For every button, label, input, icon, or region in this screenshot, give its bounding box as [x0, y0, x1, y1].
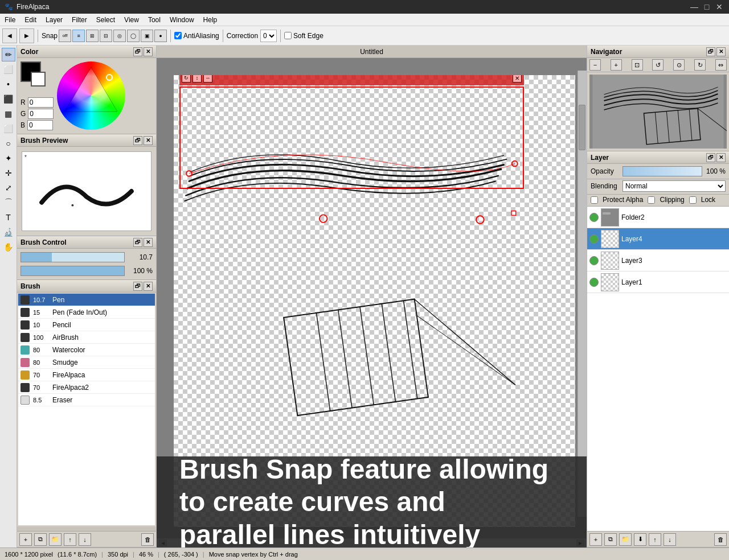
tool-move[interactable]: ✛ — [2, 166, 15, 180]
snap-handle-1[interactable] — [511, 211, 516, 216]
navigator-panel-header[interactable]: Navigator 🗗 ✕ — [587, 46, 729, 58]
menu-file[interactable]: File — [0, 14, 20, 26]
color-panel-header[interactable]: Color 🗗 ✕ — [17, 46, 156, 58]
layer-merge-down-button[interactable]: ⬇ — [634, 533, 646, 546]
menu-tool[interactable]: Tool — [144, 14, 165, 26]
brush-preview-close[interactable]: ✕ — [144, 136, 153, 145]
layer-item-layer4[interactable]: Layer4 — [587, 228, 729, 250]
brush-item-pencil[interactable]: 10 Pencil — [18, 319, 155, 331]
layer-folder-button[interactable]: 📁 — [619, 533, 632, 546]
lock-checkbox[interactable] — [689, 196, 697, 204]
tool-curve[interactable]: ⌒ — [2, 196, 15, 209]
soft-edge-checkbox[interactable] — [284, 32, 292, 39]
menu-select[interactable]: Select — [92, 14, 120, 26]
layer-duplicate-button[interactable]: ⧉ — [604, 533, 617, 546]
snap-grid-button[interactable]: ⊞ — [86, 30, 99, 42]
b-input[interactable] — [27, 120, 53, 130]
snap-select-button[interactable]: ▣ — [141, 30, 153, 42]
brush-item-pen[interactable]: 10.7 Pen — [18, 294, 155, 306]
protect-alpha-checkbox[interactable] — [591, 196, 598, 204]
snap-radial-button[interactable]: ◎ — [113, 30, 126, 42]
brush-move-down-button[interactable]: ↓ — [79, 533, 91, 546]
menu-layer[interactable]: Layer — [41, 14, 67, 26]
layer-panel-restore[interactable]: 🗗 — [706, 153, 715, 162]
layer-vis-folder2[interactable] — [589, 213, 599, 222]
tool-select-lasso[interactable]: ○ — [2, 137, 15, 150]
layer-vis-layer4[interactable] — [589, 234, 599, 244]
brush-item-firealpaca2[interactable]: 70 FireAlpaca2 — [18, 381, 155, 394]
g-input[interactable] — [28, 109, 54, 119]
color-wheel-area[interactable] — [57, 61, 125, 130]
snap-perspective-button[interactable]: ⊟ — [100, 30, 112, 42]
r-input[interactable] — [28, 97, 54, 108]
color-panel-restore[interactable]: 🗗 — [133, 47, 142, 56]
background-color-swatch[interactable] — [31, 72, 46, 87]
brush-control-header[interactable]: Brush Control 🗗 ✕ — [17, 236, 156, 249]
nav-zoom-fit-button[interactable]: ⊡ — [632, 59, 643, 71]
brush-preview-header[interactable]: Brush Preview 🗗 ✕ — [17, 134, 156, 147]
tool-pen[interactable]: ✏ — [2, 48, 15, 61]
menu-help[interactable]: Help — [199, 14, 222, 26]
tool-eyedropper[interactable]: 🔬 — [2, 225, 15, 239]
brush-item-eraser[interactable]: 8.5 Eraser — [18, 394, 155, 406]
tool-eraser[interactable]: ⬜ — [2, 63, 15, 76]
nav-rotate-right-button[interactable]: ↻ — [694, 59, 706, 71]
clipping-checkbox[interactable] — [648, 196, 655, 204]
tool-text[interactable]: T — [2, 211, 15, 224]
opacity-slider[interactable] — [622, 166, 702, 176]
tool-pan[interactable]: ✋ — [2, 240, 15, 254]
brush-folder-button[interactable]: 📁 — [49, 533, 62, 546]
brush-panel-header[interactable]: Brush 🗗 ✕ — [17, 280, 156, 293]
brush-control-restore[interactable]: 🗗 — [133, 238, 142, 247]
brush-item-smudge[interactable]: 80 Smudge — [18, 356, 155, 369]
layer-delete-button[interactable]: 🗑 — [714, 533, 727, 546]
nav-zoom-in-button[interactable]: + — [611, 59, 622, 71]
brush-item-firealpaca[interactable]: 70 FireAlpaca — [18, 369, 155, 381]
brush-item-pen-fade[interactable]: 15 Pen (Fade In/Out) — [18, 306, 155, 319]
color-panel-close[interactable]: ✕ — [144, 47, 153, 56]
maximize-button[interactable]: □ — [702, 2, 712, 12]
layer-panel-header[interactable]: Layer 🗗 ✕ — [587, 151, 729, 164]
layer-new-button[interactable]: + — [589, 533, 602, 546]
brush-item-airbrush[interactable]: 100 AirBrush — [18, 331, 155, 344]
brush-preview-restore[interactable]: 🗗 — [133, 136, 142, 145]
prev-tool-button[interactable]: ◀ — [2, 28, 17, 43]
antialias-check[interactable]: AntiAliasing — [174, 32, 219, 40]
brush-new-button[interactable]: + — [19, 533, 32, 546]
tool-dot[interactable]: • — [2, 77, 15, 91]
layer-vis-layer1[interactable] — [589, 278, 599, 287]
brush-panel-close[interactable]: ✕ — [144, 282, 153, 291]
antialias-checkbox[interactable] — [174, 32, 182, 39]
layer-item-layer1[interactable]: Layer1 — [587, 271, 729, 293]
brush-move-up-button[interactable]: ↑ — [64, 533, 76, 546]
tool-fill[interactable]: ⬛ — [2, 92, 15, 106]
opacity-slider[interactable] — [21, 266, 125, 276]
layer-move-up-button[interactable]: ↑ — [649, 533, 661, 546]
brush-panel-restore[interactable]: 🗗 — [133, 282, 142, 291]
menu-filter[interactable]: Filter — [67, 14, 92, 26]
tool-select-magic[interactable]: ✦ — [2, 151, 15, 165]
brush-control-close[interactable]: ✕ — [144, 238, 153, 247]
brush-duplicate-button[interactable]: ⧉ — [34, 533, 47, 546]
nav-reset-button[interactable]: ⊙ — [673, 59, 685, 71]
canvas-vertical-scrollbar[interactable] — [578, 71, 587, 517]
menu-view[interactable]: View — [120, 14, 144, 26]
tool-select-rect[interactable]: ⬜ — [2, 122, 15, 135]
next-tool-button[interactable]: ▶ — [19, 28, 34, 43]
nav-rotate-left-button[interactable]: ↺ — [652, 59, 664, 71]
layer-item-folder2[interactable]: Folder2 — [587, 207, 729, 228]
snap-vertex-3[interactable] — [320, 215, 327, 223]
menu-edit[interactable]: Edit — [20, 14, 41, 26]
layer-panel-close[interactable]: ✕ — [716, 153, 726, 162]
snap-curve-button[interactable]: ◯ — [127, 30, 140, 42]
menu-window[interactable]: Window — [165, 14, 199, 26]
nav-flip-button[interactable]: ⇔ — [715, 59, 727, 71]
canvas-vscroll-thumb[interactable] — [579, 105, 585, 150]
tool-gradient[interactable]: ▦ — [2, 107, 15, 121]
brush-list-resize-handle[interactable] — [17, 526, 156, 531]
navigator-panel-restore[interactable]: 🗗 — [706, 47, 715, 56]
minimize-button[interactable]: — — [689, 2, 699, 12]
blending-select[interactable]: Normal — [622, 180, 726, 192]
navigator-view[interactable] — [589, 75, 727, 149]
size-slider[interactable] — [21, 252, 125, 262]
